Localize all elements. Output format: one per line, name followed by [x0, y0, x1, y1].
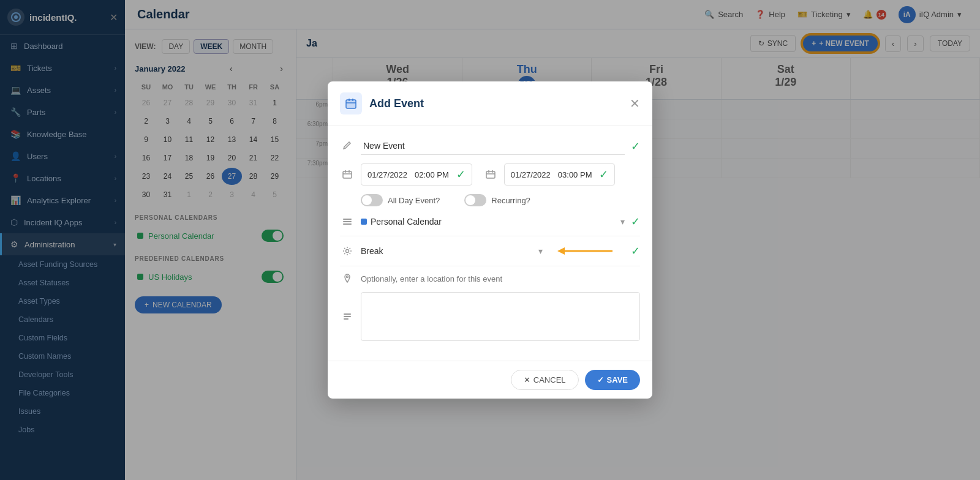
svg-rect-24 — [344, 318, 349, 320]
calendar-icon — [340, 92, 362, 114]
svg-rect-7 — [343, 171, 352, 178]
modal-close-button[interactable]: ✕ — [630, 97, 640, 110]
cancel-label: CANCEL — [533, 375, 566, 384]
event-name-input[interactable] — [361, 137, 625, 155]
modal-overlay: Add Event ✕ ✓ — [0, 0, 980, 480]
check-icon: ✓ — [597, 375, 604, 384]
check-icon: ✓ — [631, 140, 640, 153]
calendar-select-row: Personal Calendar ▾ ✓ — [340, 215, 640, 236]
annotation-arrow — [551, 244, 625, 258]
gear-select-row: Break ▾ ✓ — [340, 244, 640, 266]
break-select-area: Break ▾ — [361, 244, 625, 258]
end-date-input[interactable]: 01/27/2022 03:00 PM ✓ — [504, 163, 616, 186]
end-time-value: 03:00 PM — [558, 170, 592, 179]
svg-rect-17 — [343, 223, 352, 225]
list-icon — [340, 217, 355, 227]
calendar-small-icon-2 — [483, 170, 498, 179]
modal-title: Add Event — [369, 97, 630, 110]
svg-point-21 — [347, 276, 349, 278]
description-row — [340, 292, 640, 341]
location-row — [340, 274, 640, 283]
check-icon: ✓ — [631, 244, 640, 258]
cancel-button[interactable]: ✕ CANCEL — [511, 370, 579, 390]
calendar-select-dropdown[interactable]: Personal Calendar ▾ — [361, 217, 625, 227]
check-icon: ✓ — [456, 168, 466, 181]
calendar-small-icon — [340, 170, 355, 179]
modal-body: ✓ 01/27/2022 02:00 PM ✓ — [328, 126, 652, 361]
modal-header: Add Event ✕ — [328, 81, 652, 126]
svg-rect-22 — [344, 313, 351, 315]
cal-select-dot — [361, 219, 367, 225]
add-event-modal: Add Event ✕ ✓ — [328, 81, 652, 399]
chevron-down-icon: ▾ — [538, 246, 543, 256]
save-button[interactable]: ✓ SAVE — [585, 370, 640, 390]
toggles-row: All Day Event? Recurring? — [340, 194, 640, 206]
svg-rect-15 — [343, 219, 352, 220]
arrow-annotation — [551, 244, 625, 258]
start-time-value: 02:00 PM — [415, 170, 449, 179]
check-icon: ✓ — [599, 168, 608, 181]
svg-rect-5 — [352, 99, 353, 101]
recurring-toggle-switch[interactable] — [464, 194, 486, 206]
svg-rect-11 — [486, 171, 495, 178]
calendar-select-value: Personal Calendar — [371, 217, 442, 227]
modal-footer: ✕ CANCEL ✓ SAVE — [328, 361, 652, 399]
date-time-row: 01/27/2022 02:00 PM ✓ 01/27/2022 03:00 P… — [340, 163, 640, 186]
all-day-toggle-switch[interactable] — [361, 194, 383, 206]
break-select-value: Break — [361, 246, 383, 256]
svg-point-18 — [346, 250, 349, 253]
description-icon — [340, 312, 355, 321]
svg-rect-23 — [344, 316, 351, 317]
location-input[interactable] — [361, 274, 640, 283]
svg-marker-20 — [557, 247, 565, 255]
edit-icon — [340, 141, 355, 151]
all-day-label: All Day Event? — [388, 196, 440, 205]
chevron-down-icon: ▾ — [620, 217, 625, 227]
check-icon: ✓ — [631, 215, 640, 228]
svg-rect-4 — [349, 99, 350, 101]
event-name-row: ✓ — [340, 137, 640, 155]
save-label: SAVE — [607, 375, 628, 384]
svg-rect-2 — [346, 100, 356, 108]
recurring-label: Recurring? — [491, 196, 530, 205]
x-icon: ✕ — [524, 375, 530, 384]
recurring-toggle[interactable]: Recurring? — [464, 194, 530, 206]
svg-rect-16 — [343, 221, 352, 222]
break-select-dropdown[interactable]: Break ▾ — [361, 246, 543, 256]
location-pin-icon — [340, 274, 355, 283]
all-day-toggle[interactable]: All Day Event? — [361, 194, 440, 206]
start-date-input[interactable]: 01/27/2022 02:00 PM ✓ — [361, 163, 472, 186]
start-date-value: 01/27/2022 — [368, 170, 407, 179]
description-textarea[interactable] — [361, 292, 640, 341]
gear-icon — [340, 246, 355, 256]
end-date-value: 01/27/2022 — [511, 170, 551, 179]
